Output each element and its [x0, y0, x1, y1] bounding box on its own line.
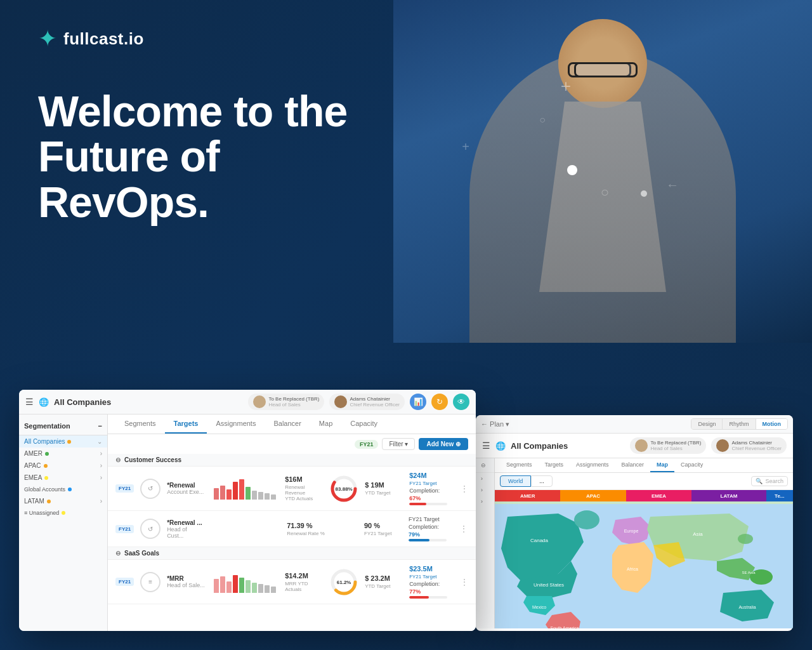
- row1-title: *Renewal: [167, 482, 205, 489]
- deco-plus-2: +: [462, 140, 469, 154]
- deco-arrow: ←: [666, 178, 679, 192]
- target-row-mrr: FY21 ≡ *MRR Head of Sale...: [108, 560, 476, 604]
- secondary-layout: ⊖ › › › Segments Targets Assignments Bal…: [476, 458, 793, 628]
- tab-balancer[interactable]: Balancer: [265, 415, 310, 434]
- region-bars: AMER APAC EMEA LATAM Te...: [495, 490, 793, 501]
- sec-tab-assignments[interactable]: Assignments: [570, 458, 615, 472]
- amer-dot: [45, 452, 49, 456]
- sidebar-item-amer[interactable]: AMER ›: [19, 448, 107, 460]
- sidebar-item-unassigned[interactable]: ≡ Unassigned: [19, 507, 107, 519]
- rhythm-tab[interactable]: Rhythm: [722, 419, 755, 429]
- sidebar-item-latam[interactable]: LATAM ›: [19, 495, 107, 507]
- tab-segments[interactable]: Segments: [115, 415, 165, 434]
- tab-map[interactable]: Map: [310, 415, 341, 434]
- all-companies-dot: [67, 440, 71, 444]
- world-map-svg: Canada United States Mexico South Americ…: [495, 501, 793, 628]
- deco-circle-o1: ○: [539, 114, 546, 126]
- row2-icon: ↺: [140, 519, 160, 539]
- bar-chart-button[interactable]: 📊: [410, 394, 426, 410]
- svg-text:Canada: Canada: [530, 538, 549, 543]
- svg-text:United States: United States: [534, 582, 564, 588]
- row3-title: *MRR: [167, 575, 205, 582]
- segmentation-sidebar: Segmentation − All Companies ⌄ AMER › AP…: [19, 415, 108, 631]
- emea-label: EMEA: [24, 474, 42, 481]
- sec-tab-targets[interactable]: Targets: [539, 458, 570, 472]
- row2-badge: FY21: [115, 525, 134, 533]
- sec-sidebar-item3[interactable]: ›: [476, 496, 494, 507]
- sec-back-icon[interactable]: ← Plan ▾: [481, 420, 509, 428]
- logo-area: ✦ fullcast.io: [38, 25, 144, 52]
- sec-user-badge-adams: Adams ChatainierChief Revenue Officer: [711, 437, 787, 454]
- map-search[interactable]: 🔍 Search: [751, 476, 788, 486]
- sec-sidebar-item1[interactable]: ›: [476, 473, 494, 484]
- svg-text:Africa: Africa: [627, 567, 638, 571]
- row3-badge: FY21: [115, 578, 134, 586]
- refresh-button[interactable]: ↻: [431, 394, 448, 410]
- tab-assignments[interactable]: Assignments: [207, 415, 265, 434]
- sec-tab-balancer[interactable]: Balancer: [615, 458, 651, 472]
- row2-subtitle: Head of Cust...: [167, 526, 205, 539]
- sec-hamburger-icon[interactable]: ☰: [482, 441, 490, 451]
- section-toggle-saas[interactable]: ⊖: [115, 550, 121, 557]
- sidebar-title: Segmentation: [24, 422, 70, 430]
- sec-globe-icon[interactable]: 🌐: [495, 441, 506, 451]
- user-tbr-name: To Be Replaced (TBR)Head of Sales: [268, 396, 319, 408]
- tab-capacity[interactable]: Capacity: [341, 415, 386, 434]
- customer-success-label: Customer Success: [124, 456, 181, 463]
- avatar-tbr: [253, 395, 266, 408]
- sidebar-item-apac[interactable]: APAC ›: [19, 460, 107, 472]
- sec-tab-map[interactable]: Map: [650, 458, 674, 472]
- sidebar-minus-icon[interactable]: −: [98, 422, 102, 430]
- sidebar-item-all-companies[interactable]: All Companies ⌄: [19, 435, 107, 448]
- svg-point-8: [574, 510, 599, 529]
- hero-heading: Welcome to the Future of RevOps.: [38, 89, 393, 225]
- eye-button[interactable]: 👁: [453, 394, 469, 410]
- latam-label: LATAM: [24, 498, 44, 505]
- customer-success-section: ⊖ Customer Success: [108, 454, 476, 467]
- target-row-renewal-rate: FY21 ↺ *Renewal ... Head of Cust... 71.3…: [108, 511, 476, 547]
- all-companies-label: All Companies: [24, 438, 65, 445]
- apac-label: APAC: [24, 462, 41, 469]
- secondary-content: Segments Targets Assignments Balancer Ma…: [495, 458, 793, 628]
- row2-title: *Renewal ...: [167, 519, 205, 526]
- filter-button[interactable]: Filter ▾: [382, 438, 415, 450]
- svg-text:Asia: Asia: [693, 531, 703, 537]
- sidebar-item-global[interactable]: Global Accounts: [19, 484, 107, 495]
- all-companies-chevron: ⌄: [97, 438, 102, 445]
- section-toggle-cs[interactable]: ⊖: [115, 456, 121, 463]
- sec-sidebar-collapse[interactable]: ⊖: [476, 458, 494, 473]
- tab-targets[interactable]: Targets: [165, 415, 207, 434]
- saas-goals-label: SaaS Goals: [124, 550, 159, 557]
- secondary-dashboard-topbar: ☰ 🌐 All Companies To Be Replaced (TBR)He…: [476, 434, 793, 458]
- other-view-tab[interactable]: ...: [531, 475, 553, 487]
- sec-sidebar-item2[interactable]: ›: [476, 484, 494, 496]
- globe-icon[interactable]: 🌐: [39, 397, 49, 407]
- hamburger-icon[interactable]: ☰: [25, 397, 34, 407]
- saas-goals-section: ⊖ SaaS Goals: [108, 547, 476, 560]
- row3-menu-icon[interactable]: ⋮: [460, 577, 469, 587]
- row2-menu-icon[interactable]: ⋮: [459, 524, 468, 534]
- row1-subtitle: Account Exe...: [167, 489, 205, 495]
- deco-plus-1: +: [561, 76, 571, 96]
- add-new-button[interactable]: Add New ⊕: [419, 438, 468, 450]
- apac-chevron: ›: [100, 462, 102, 469]
- sec-avatar-tbr: [635, 439, 648, 452]
- row2-completion: FY21 Target Completion: 79%: [409, 516, 453, 541]
- svg-text:Australia: Australia: [738, 605, 756, 609]
- map-view-switcher: World ...: [500, 475, 553, 487]
- row1-badge: FY21: [115, 484, 134, 493]
- motion-tab[interactable]: Motion: [756, 419, 788, 429]
- row1-menu-icon[interactable]: ⋮: [460, 484, 469, 494]
- user-badge-adams: Adams ChatainierChief Revenue Officer: [329, 394, 405, 410]
- sec-tab-capacity[interactable]: Capacity: [674, 458, 709, 472]
- sidebar-item-emea[interactable]: EMEA ›: [19, 472, 107, 484]
- design-tab[interactable]: Design: [691, 419, 722, 429]
- main-dashboard: ☰ 🌐 All Companies To Be Replaced (TBR)He…: [19, 390, 476, 631]
- apac-dot: [44, 464, 48, 468]
- secondary-dashboard: ← Plan ▾ Design Rhythm Motion ☰ 🌐 All Co…: [476, 415, 793, 631]
- row3-mrr: $14.2M MRR YTD Actuals: [285, 572, 323, 592]
- row3-chart: [211, 571, 278, 593]
- world-view-tab[interactable]: World: [500, 475, 531, 487]
- row1-chart: [211, 477, 278, 500]
- sec-tab-segments[interactable]: Segments: [500, 458, 539, 472]
